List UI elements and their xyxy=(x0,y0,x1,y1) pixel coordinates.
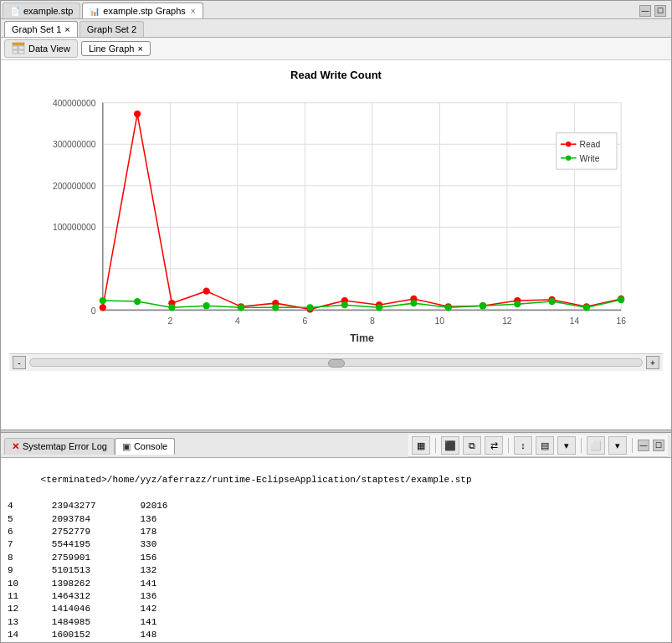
read-line xyxy=(103,114,621,309)
minimize-button[interactable]: — xyxy=(639,5,651,17)
svg-rect-1 xyxy=(13,46,18,49)
scroll-thumb[interactable] xyxy=(328,359,345,368)
write-line xyxy=(103,300,621,307)
console-icon: ▣ xyxy=(122,441,131,452)
svg-text:4: 4 xyxy=(235,316,240,326)
main-window: 📄 example.stp 📊 example.stp Graphs × — ☐… xyxy=(0,0,672,643)
svg-rect-4 xyxy=(18,50,24,54)
toolbar-btn-5[interactable]: ↕ xyxy=(514,436,532,455)
scroll-plus[interactable]: + xyxy=(646,356,659,369)
toolbar-sep-1 xyxy=(435,438,436,453)
write-dot xyxy=(203,302,210,309)
graph-set-bar: Graph Set 1 × Graph Set 2 xyxy=(1,19,671,38)
toolbar-btn-4[interactable]: ⇄ xyxy=(485,436,503,455)
write-dot xyxy=(548,298,555,305)
toolbar-btn-2[interactable]: ⬛ xyxy=(441,436,459,455)
tab-graphs-close[interactable]: × xyxy=(191,7,196,16)
svg-point-38 xyxy=(566,141,571,147)
bottom-maximize[interactable]: ☐ xyxy=(653,440,664,451)
write-dot xyxy=(168,304,175,311)
svg-rect-3 xyxy=(13,50,18,54)
tab-line-graph-label: Line Graph xyxy=(89,44,134,54)
write-dot xyxy=(445,304,452,311)
read-dot xyxy=(134,111,141,117)
bottom-panel: ✕ Systemtap Error Log ▣ Console ▦ ⬛ ⧉ ⇄ … xyxy=(1,433,671,642)
tab-example-stp[interactable]: 📄 example.stp xyxy=(3,3,80,18)
svg-text:400000000: 400000000 xyxy=(53,99,96,108)
bottom-minimize[interactable]: — xyxy=(638,440,649,451)
tab-data-view-label: Data View xyxy=(28,44,70,54)
write-dot xyxy=(376,304,382,311)
toolbar-btn-6[interactable]: ▤ xyxy=(536,436,554,455)
console-content: <terminated>/home/yyz/aferrazz/runtime-E… xyxy=(1,458,671,642)
tab-data-view[interactable]: Data View xyxy=(4,39,78,58)
file-icon: 📄 xyxy=(10,7,20,16)
toolbar-btn-3[interactable]: ⧉ xyxy=(463,436,481,455)
maximize-button[interactable]: ☐ xyxy=(654,5,666,17)
toolbar-btn-7[interactable]: ⬜ xyxy=(587,436,605,455)
tab-graphs-label: example.stp Graphs xyxy=(103,6,185,16)
svg-text:2: 2 xyxy=(167,316,172,326)
svg-text:12: 12 xyxy=(502,316,512,326)
graph-set-tab-2[interactable]: Graph Set 2 xyxy=(80,21,144,37)
svg-text:Time: Time xyxy=(350,332,374,344)
console-label: Console xyxy=(134,441,167,451)
toolbar-btn-1[interactable]: ▦ xyxy=(412,436,430,455)
error-icon: ✕ xyxy=(12,441,19,452)
write-dot xyxy=(618,296,624,303)
bottom-toolbar: ▦ ⬛ ⧉ ⇄ ↕ ▤ ▾ ⬜ ▾ — ☐ xyxy=(408,435,668,457)
write-dot xyxy=(341,301,348,308)
bottom-tab-bar: ✕ Systemtap Error Log ▣ Console ▦ ⬛ ⧉ ⇄ … xyxy=(1,433,671,458)
svg-text:10: 10 xyxy=(435,316,445,326)
svg-text:300000000: 300000000 xyxy=(53,140,96,149)
graph-set-1-label: Graph Set 1 xyxy=(12,24,61,34)
toolbar-sep-3 xyxy=(581,438,582,453)
line-chart: 400000000 300000000 200000000 100000000 … xyxy=(9,85,663,353)
write-dot xyxy=(514,301,521,307)
scroll-minus[interactable]: - xyxy=(13,356,26,369)
toolbar-sep-4 xyxy=(632,438,633,453)
window-controls: — ☐ xyxy=(636,3,669,18)
svg-text:16: 16 xyxy=(616,316,626,326)
table-icon xyxy=(12,42,25,55)
tab-error-log[interactable]: ✕ Systemtap Error Log xyxy=(4,438,115,455)
error-log-label: Systemtap Error Log xyxy=(23,441,107,451)
svg-rect-36 xyxy=(557,133,617,169)
toolbar-sep-2 xyxy=(508,438,509,453)
tab-line-graph[interactable]: Line Graph × xyxy=(81,41,151,56)
write-dot xyxy=(410,300,417,306)
graph-set-tab-1[interactable]: Graph Set 1 × xyxy=(4,21,78,37)
view-bar: Data View Line Graph × xyxy=(1,38,671,60)
write-dot xyxy=(238,304,244,311)
svg-text:6: 6 xyxy=(302,316,307,326)
svg-rect-2 xyxy=(18,46,24,49)
svg-text:14: 14 xyxy=(570,316,580,326)
read-dot xyxy=(203,288,210,295)
svg-text:8: 8 xyxy=(370,316,375,326)
console-path: <terminated>/home/yyz/aferrazz/runtime-E… xyxy=(41,475,472,485)
toolbar-dropdown-1[interactable]: ▾ xyxy=(557,436,576,455)
svg-text:Write: Write xyxy=(580,154,600,163)
read-dot xyxy=(100,304,106,311)
svg-text:0: 0 xyxy=(91,306,96,316)
svg-text:100000000: 100000000 xyxy=(53,223,96,232)
write-dot xyxy=(272,304,279,311)
chart-container: Read Write Count 400000000 xyxy=(1,60,671,430)
write-dot xyxy=(134,298,141,305)
tab-example-stp-label: example.stp xyxy=(23,6,73,16)
svg-text:200000000: 200000000 xyxy=(53,182,96,191)
tab-example-stp-graphs[interactable]: 📊 example.stp Graphs × xyxy=(82,3,203,18)
top-tab-bar: 📄 example.stp 📊 example.stp Graphs × — ☐ xyxy=(1,1,671,19)
svg-text:Read: Read xyxy=(580,140,601,149)
console-data: 4 23943277 92016 5 2093784 136 6 2752779… xyxy=(8,501,167,640)
write-dot xyxy=(100,297,106,304)
toolbar-dropdown-2[interactable]: ▾ xyxy=(608,436,627,455)
tab-line-graph-close[interactable]: × xyxy=(137,44,142,54)
graph-set-1-close[interactable]: × xyxy=(64,24,69,34)
svg-rect-0 xyxy=(13,43,24,45)
tab-console[interactable]: ▣ Console xyxy=(115,438,175,455)
scroll-track[interactable] xyxy=(29,358,643,367)
graph-tab-icon: 📊 xyxy=(90,7,100,16)
write-dot xyxy=(306,304,313,311)
write-dot xyxy=(583,304,590,311)
